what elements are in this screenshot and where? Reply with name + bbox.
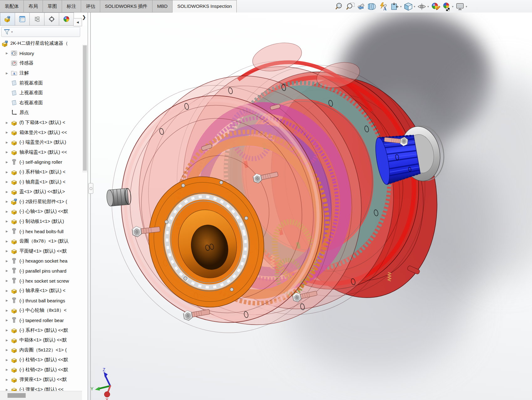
tree-item[interactable]: ▶ 内齿圈（5x122）<1> (: [0, 345, 82, 355]
tree-item[interactable]: ▶ 齿圈（8x78）<1> (默认: [0, 236, 82, 246]
view-settings-icon[interactable]: [455, 2, 465, 11]
previous-view-icon[interactable]: [357, 2, 366, 11]
ribbon-tab[interactable]: 标注: [62, 0, 81, 13]
ribbon-tab[interactable]: 装配体: [0, 0, 24, 13]
configurationmanager-tab[interactable]: [30, 13, 44, 26]
ribbon-tab[interactable]: 评估: [81, 0, 100, 13]
display-style-icon[interactable]: [404, 2, 413, 11]
expand-arrow-icon[interactable]: ▶: [3, 210, 11, 213]
tree-item[interactable]: ▶ (-) thrust ball bearings: [0, 295, 82, 305]
tree-item[interactable]: ▶ A 注解: [0, 68, 82, 78]
apply-scene-icon[interactable]: [442, 2, 451, 11]
tree-item[interactable]: ▶ (-) hex head bolts-full: [0, 226, 82, 236]
expand-arrow-icon[interactable]: ▶: [3, 141, 11, 144]
propertymanager-tab[interactable]: [15, 13, 30, 26]
expand-arrow-icon[interactable]: ▶: [3, 329, 11, 332]
tree-item[interactable]: ▶ (-) 柱销<1> (默认) <<默: [0, 355, 82, 365]
view-orientation-icon[interactable]: [390, 2, 399, 11]
expand-arrow-icon[interactable]: ▶: [3, 259, 11, 263]
tree-item[interactable]: ▶ (-) 弹簧<1> (默认) <<: [0, 385, 82, 391]
expand-arrow-icon[interactable]: ▶: [3, 279, 11, 282]
tree-item[interactable]: ▶ (-) 系杆轴<1> (默认) <: [0, 167, 82, 177]
tree-item[interactable]: ▶ 轴承端盖<1> (默认) <<: [0, 147, 82, 157]
tree-item[interactable]: ▶ 传感器: [0, 58, 82, 68]
ribbon-tab[interactable]: MBD: [152, 0, 173, 13]
tree-item[interactable]: ▶ (-) 中心轮轴（8x18）<: [0, 305, 82, 315]
tree-item[interactable]: ▶ 右视基准面: [0, 98, 82, 108]
expand-arrow-icon[interactable]: ▶: [3, 230, 11, 233]
panel-splitter-handle[interactable]: [88, 183, 93, 194]
ribbon-tab[interactable]: SOLIDWORKS 插件: [100, 0, 152, 13]
expand-arrow-icon[interactable]: ▶: [3, 348, 11, 351]
panel-tab-scroll-back-button[interactable]: ◀: [73, 18, 82, 26]
tree-item[interactable]: ▶ 上视基准面: [0, 88, 82, 98]
expand-arrow-icon[interactable]: ▶: [3, 269, 11, 272]
tree-horizontal-scrollbar-thumb[interactable]: [8, 393, 26, 398]
tree-item[interactable]: ▶ 中箱体<1> (默认) <<默: [0, 335, 82, 345]
expand-arrow-icon[interactable]: ▶: [3, 171, 11, 174]
expand-arrow-icon[interactable]: ▶: [3, 309, 11, 312]
ribbon-tab[interactable]: 草图: [43, 0, 62, 13]
zoom-area-icon[interactable]: [346, 2, 355, 11]
expand-arrow-icon[interactable]: ▶: [3, 52, 11, 55]
ribbon-tab[interactable]: SOLIDWORKS Inspection: [173, 0, 237, 13]
graphics-area[interactable]: Z Y X: [88, 13, 532, 400]
zoom-fit-icon[interactable]: [335, 2, 344, 11]
tree-item[interactable]: ▶ 2K-H二级行星齿轮减速器（: [0, 38, 82, 49]
tree-item[interactable]: ▶ (-) 轴肩盖<1> (默认) <: [0, 177, 82, 187]
display-style-caret[interactable]: ▾: [414, 5, 416, 8]
tree-vertical-scrollbar-thumb[interactable]: [83, 45, 87, 171]
displaymanager-tab[interactable]: [59, 13, 74, 26]
tree-item[interactable]: ▶ (-) 2级行星轮部件<1> (: [0, 197, 82, 207]
expand-arrow-icon[interactable]: ▶: [3, 240, 11, 243]
expand-arrow-icon[interactable]: ▶: [3, 200, 11, 203]
tree-item[interactable]: ▶ (f) 下箱体<1> (默认) <: [0, 118, 82, 128]
panel-splitter[interactable]: [90, 13, 91, 400]
tree-item[interactable]: ▶ (-) 制动板1<1> (默认): [0, 217, 82, 227]
dimxpertmanager-tab[interactable]: [44, 13, 59, 26]
expand-arrow-icon[interactable]: ▶: [3, 121, 11, 124]
view-orientation-caret[interactable]: ▾: [400, 5, 402, 8]
tree-item[interactable]: ▶ (-) 柱销<2> (默认) <<默: [0, 365, 82, 375]
expand-arrow-icon[interactable]: ▶: [3, 319, 11, 322]
expand-arrow-icon[interactable]: ▶: [3, 289, 11, 292]
tree-item[interactable]: ▶ 箱体垫片<1> (默认) <<: [0, 127, 82, 137]
expand-arrow-icon[interactable]: ▶: [3, 249, 11, 253]
expand-arrow-icon[interactable]: ▶: [3, 151, 11, 154]
view-settings-caret[interactable]: ▾: [466, 5, 467, 8]
tree-item[interactable]: ▶ (-) parallel pins unhard: [0, 266, 82, 276]
tree-item[interactable]: ▶ (-) hexagon socket hea: [0, 256, 82, 266]
expand-arrow-icon[interactable]: ▶: [3, 72, 11, 75]
panel-expand-chevron[interactable]: ❯: [82, 14, 86, 20]
featuremanager-design-tree-tab[interactable]: [0, 13, 15, 26]
tree-item[interactable]: ▶ (-) 系杆<1> (默认) <<默: [0, 325, 82, 335]
tree-item[interactable]: ▶ History: [0, 49, 82, 59]
expand-arrow-icon[interactable]: ▶: [3, 190, 11, 193]
tree-item[interactable]: ▶ 弹簧座<1> (默认) <<默: [0, 375, 82, 385]
tree-horizontal-scrollbar[interactable]: [0, 391, 82, 400]
expand-arrow-icon[interactable]: ▶: [3, 368, 11, 371]
expand-arrow-icon[interactable]: ▶: [3, 180, 11, 183]
tree-item[interactable]: ▶ 前视基准面: [0, 78, 82, 88]
expand-arrow-icon[interactable]: ▶: [3, 378, 11, 381]
apply-scene-caret[interactable]: ▾: [452, 5, 454, 8]
tree-item[interactable]: ▶ 盖<1> (默认) <<默认>: [0, 187, 82, 197]
tree-filter-bar[interactable]: ▾: [1, 27, 80, 37]
edit-appearance-icon[interactable]: [431, 2, 440, 11]
dynamic-annotation-views-icon[interactable]: A: [379, 2, 388, 11]
tree-item[interactable]: ▶ (-) self-aligning roller: [0, 157, 82, 167]
expand-arrow-icon[interactable]: ▶: [3, 220, 11, 223]
tree-item[interactable]: ▶ (-) 心轴<1> (默认) <<默: [0, 207, 82, 217]
expand-arrow-icon[interactable]: ▶: [3, 358, 11, 362]
tree-item[interactable]: ▶ (-) 端盖垫片<1> (默认): [0, 137, 82, 147]
section-view-icon[interactable]: [368, 2, 377, 11]
expand-arrow-icon[interactable]: ▶: [3, 161, 11, 164]
ribbon-tab[interactable]: 布局: [24, 0, 43, 13]
tree-item[interactable]: ▶ 原点: [0, 108, 82, 118]
filter-caret[interactable]: ▾: [11, 30, 13, 33]
expand-arrow-icon[interactable]: ▶: [3, 299, 11, 302]
tree-item[interactable]: ▶ (-) hex socket set screw: [0, 276, 82, 286]
hide-show-items-caret[interactable]: ▾: [427, 5, 429, 8]
tree-item[interactable]: ▶ 平面键<1> (默认) <<默: [0, 246, 82, 256]
expand-arrow-icon[interactable]: ▶: [3, 131, 11, 134]
